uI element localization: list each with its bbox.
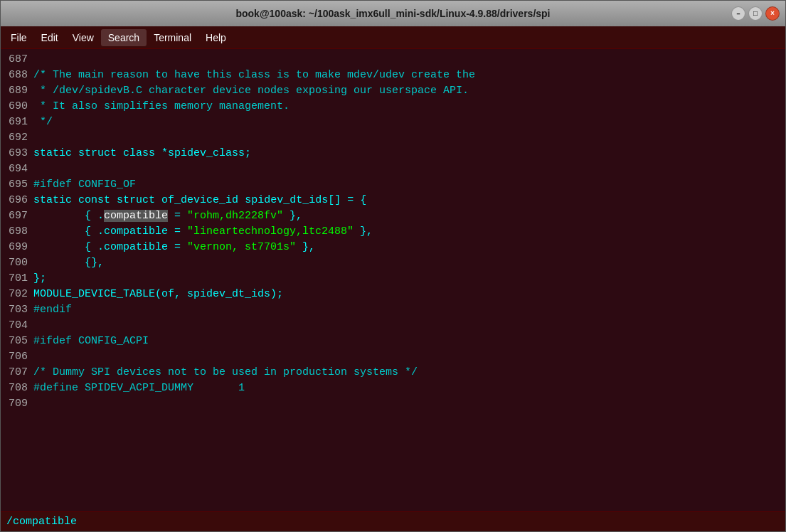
menu-help[interactable]: Help	[198, 29, 233, 46]
code-line-694: 694	[1, 161, 785, 177]
code-line-702: 702 MODULE_DEVICE_TABLE(of, spidev_dt_id…	[1, 287, 785, 302]
title-bar: book@100ask: ~/100ask_imx6ull_mini-sdk/L…	[1, 1, 785, 26]
minimize-button[interactable]: –	[731, 6, 745, 21]
close-icon: ×	[770, 10, 775, 18]
menu-bar: File Edit View Search Terminal Help	[1, 26, 785, 49]
close-button[interactable]: ×	[765, 6, 780, 21]
code-line-705: 705 #ifdef CONFIG_ACPI	[1, 334, 785, 349]
code-line-698: 698 { .compatible = "lineartechnology,lt…	[1, 224, 785, 240]
code-line-689: 689 * /dev/spidevB.C character device no…	[1, 83, 785, 99]
code-line-707: 707 /* Dummy SPI devices not to be used …	[1, 365, 785, 381]
status-bar: /compatible	[1, 511, 785, 531]
code-line-697: 697 { .compatible = "rohm,dh2228fv" },	[1, 208, 785, 224]
code-line-700: 700 {},	[1, 255, 785, 271]
window-title: book@100ask: ~/100ask_imx6ull_mini-sdk/L…	[235, 8, 550, 19]
menu-view[interactable]: View	[65, 29, 101, 46]
code-line-699: 699 { .compatible = "vernon, st7701s" },	[1, 240, 785, 255]
code-line-693: 693 static struct class *spidev_class;	[1, 146, 785, 161]
code-area: 687 688 /* The main reason to have this …	[1, 52, 785, 509]
status-text: /compatible	[6, 516, 77, 528]
code-line-687: 687	[1, 52, 785, 68]
code-line-695: 695 #ifdef CONFIG_OF	[1, 177, 785, 193]
maximize-icon: □	[753, 10, 758, 18]
code-line-688: 688 /* The main reason to have this clas…	[1, 68, 785, 83]
code-line-704: 704	[1, 318, 785, 334]
code-line-691: 691 */	[1, 115, 785, 130]
menu-edit[interactable]: Edit	[34, 29, 65, 46]
code-line-696: 696 static const struct of_device_id spi…	[1, 193, 785, 208]
code-line-709: 709	[1, 396, 785, 412]
menu-file[interactable]: File	[4, 29, 34, 46]
minimize-icon: –	[736, 10, 740, 18]
code-line-690: 690 * It also simplifies memory manageme…	[1, 99, 785, 115]
code-line-701: 701 };	[1, 271, 785, 287]
code-line-706: 706	[1, 349, 785, 365]
menu-search[interactable]: Search	[101, 29, 147, 46]
menu-terminal[interactable]: Terminal	[147, 29, 198, 46]
terminal-content[interactable]: 687 688 /* The main reason to have this …	[1, 49, 785, 511]
code-line-703: 703 #endif	[1, 302, 785, 318]
code-line-692: 692	[1, 130, 785, 146]
code-line-708: 708 #define SPIDEV_ACPI_DUMMY 1	[1, 381, 785, 396]
maximize-button[interactable]: □	[748, 6, 763, 21]
window-controls: – □ ×	[731, 6, 780, 21]
terminal-window: book@100ask: ~/100ask_imx6ull_mini-sdk/L…	[0, 0, 786, 532]
